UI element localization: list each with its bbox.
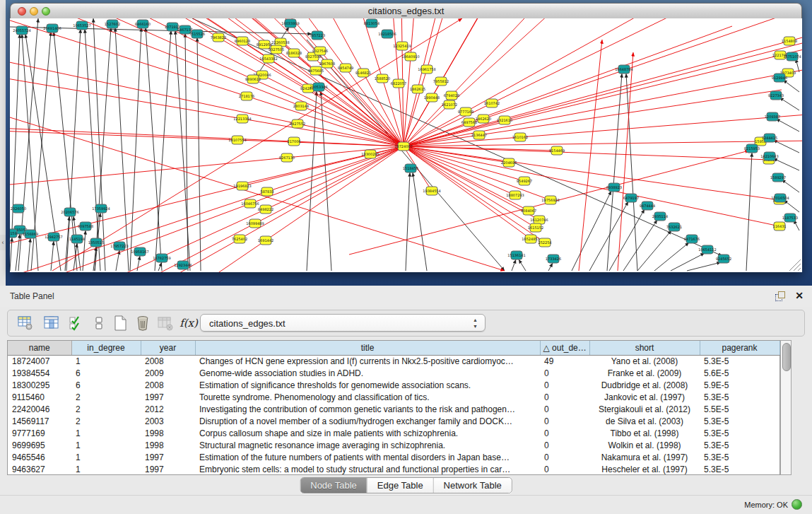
- graph-node[interactable]: 7632621: [666, 223, 682, 231]
- graph-node[interactable]: 19756928: [541, 196, 559, 204]
- table-cell[interactable]: Tourette syndrome. Phenomenology and cla…: [195, 391, 540, 403]
- graph-node[interactable]: 15136141: [507, 251, 525, 259]
- new-table-icon[interactable]: [111, 314, 129, 332]
- table-cell[interactable]: 2009: [141, 367, 195, 379]
- table-column-icon[interactable]: [42, 314, 61, 332]
- graph-node[interactable]: 1589297: [770, 173, 786, 182]
- graph-node[interactable]: 9890612: [245, 75, 261, 83]
- graph-node[interactable]: 9327546: [312, 47, 328, 55]
- graph-node[interactable]: 1244415: [762, 134, 777, 142]
- graph-node[interactable]: 18640910: [401, 52, 419, 61]
- table-cell[interactable]: 1: [71, 451, 141, 463]
- graph-node[interactable]: 6822057: [391, 79, 406, 88]
- table-row[interactable]: 1830029562008Estimation of significance …: [8, 379, 779, 391]
- table-row[interactable]: 1938455462009Genome-wide association stu…: [8, 367, 779, 379]
- table-cell[interactable]: 9463627: [8, 463, 71, 475]
- table-row[interactable]: 946554611997Estimation of the future num…: [8, 451, 779, 463]
- table-cell[interactable]: 6: [71, 379, 141, 391]
- graph-node[interactable]: 1621072: [442, 100, 457, 109]
- table-cell[interactable]: 5.3E-5: [700, 451, 779, 463]
- graph-node[interactable]: 16120746: [530, 216, 548, 224]
- resize-grip-icon[interactable]: [789, 259, 801, 271]
- graph-node[interactable]: 1350515: [88, 238, 104, 247]
- graph-node[interactable]: 8215953: [744, 144, 760, 153]
- table-cell[interactable]: 9465546: [8, 451, 71, 463]
- graph-node[interactable]: 16961758: [418, 65, 435, 74]
- graph-node[interactable]: 8498222: [258, 205, 273, 214]
- graph-node[interactable]: 1691442: [258, 236, 273, 245]
- graph-node[interactable]: 2204697: [501, 158, 517, 167]
- table-row[interactable]: 2242004622012Investigating the contribut…: [8, 403, 779, 415]
- table-selector-combobox[interactable]: citations_edges.txt ▲▼: [200, 314, 486, 332]
- graph-node[interactable]: 2967608: [319, 59, 335, 68]
- table-cell[interactable]: 1: [71, 463, 141, 475]
- float-panel-icon[interactable]: [775, 291, 785, 300]
- graph-node[interactable]: 8454749: [338, 64, 353, 72]
- table-cell[interactable]: Structural magnetic resonance image aver…: [195, 439, 540, 451]
- table-cell[interactable]: Estimation of significance thresholds fo…: [195, 379, 540, 391]
- tab-edge-table[interactable]: Edge Table: [367, 478, 433, 493]
- table-row[interactable]: 969969511998Structural magnetic resonanc…: [8, 439, 779, 451]
- graph-node[interactable]: 7515526: [189, 30, 205, 38]
- graph-node[interactable]: 1462620: [476, 115, 491, 123]
- table-cell[interactable]: 5.3E-5: [700, 391, 779, 403]
- table-cell[interactable]: 5.6E-5: [700, 367, 779, 379]
- table-row[interactable]: 911546021997Tourette syndrome. Phenomeno…: [8, 391, 779, 403]
- graph-node[interactable]: 9084067: [521, 206, 536, 215]
- graph-node[interactable]: 9129946: [772, 74, 787, 82]
- graph-node[interactable]: 1990448: [424, 93, 440, 102]
- table-cell[interactable]: Franke et al. (2009): [589, 367, 700, 379]
- table-cell[interactable]: Dudbridge et al. (2008): [589, 379, 700, 391]
- table-cell[interactable]: 1998: [141, 439, 195, 451]
- table-cell[interactable]: 1: [71, 427, 141, 439]
- graph-node[interactable]: 9227343: [768, 91, 784, 100]
- table-cell[interactable]: 2: [71, 403, 141, 415]
- table-cell[interactable]: Stergiakouli et al. (2012): [589, 403, 700, 415]
- table-cell[interactable]: 5.3E-5: [700, 463, 779, 475]
- table-cell[interactable]: 0: [540, 439, 589, 451]
- graph-node[interactable]: 1145194: [69, 235, 85, 243]
- table-cell[interactable]: 0: [540, 427, 589, 439]
- network-canvas[interactable]: 7963822896012889129542226053893275051654…: [10, 18, 802, 272]
- scrollbar-thumb[interactable]: [782, 343, 791, 371]
- table-cell[interactable]: Embryonic stem cells: a model to study s…: [195, 463, 540, 475]
- column-header-year[interactable]: year: [141, 341, 195, 355]
- table-cell[interactable]: 2012: [141, 403, 195, 415]
- function-builder-icon[interactable]: f(x): [180, 314, 198, 332]
- table-cell[interactable]: 9115460: [8, 391, 71, 403]
- graph-node[interactable]: 16046756: [241, 199, 259, 208]
- graph-node[interactable]: 8186328: [286, 49, 302, 57]
- column-header-title[interactable]: title: [195, 341, 540, 355]
- table-cell[interactable]: Tibbo et al. (1998): [589, 427, 700, 439]
- table-cell[interactable]: 9777169: [8, 427, 71, 439]
- graph-node[interactable]: 9097588: [78, 222, 93, 230]
- table-cell[interactable]: Genome-wide association studies in ADHD.: [195, 367, 540, 379]
- table-cell[interactable]: 1997: [141, 451, 195, 463]
- graph-node[interactable]: 1187533: [782, 214, 798, 222]
- graph-node[interactable]: 252254: [538, 238, 551, 247]
- graph-node[interactable]: 1321610: [497, 116, 512, 124]
- graph-node[interactable]: 8960128: [235, 37, 250, 45]
- table-cell[interactable]: 0: [540, 415, 589, 427]
- graph-node[interactable]: 1733426: [546, 255, 561, 263]
- table-cell[interactable]: 19384554: [8, 367, 71, 379]
- table-vertical-scrollbar[interactable]: [780, 340, 792, 475]
- graph-node[interactable]: 20691406: [43, 24, 61, 33]
- graph-node[interactable]: 16033809: [281, 19, 299, 28]
- table-cell[interactable]: 1: [71, 355, 141, 367]
- table-cell[interactable]: Investigating the contribution of common…: [195, 403, 540, 415]
- table-cell[interactable]: Disruption of a novel member of a sodium…: [195, 415, 540, 427]
- table-cell[interactable]: 1: [71, 439, 141, 451]
- delete-table-icon[interactable]: [134, 314, 152, 332]
- table-row[interactable]: 977716911998Corpus callosum shape and si…: [8, 427, 779, 439]
- graph-node[interactable]: 9549267: [517, 177, 532, 185]
- graph-node[interactable]: 8267130: [279, 153, 295, 162]
- table-cell[interactable]: 1997: [141, 463, 195, 475]
- graph-node[interactable]: 9474444: [640, 201, 655, 210]
- table-cell[interactable]: Estimation of the future numbers of pati…: [195, 451, 540, 463]
- delete-column-icon[interactable]: [156, 314, 175, 332]
- close-panel-icon[interactable]: ✕: [795, 290, 804, 301]
- graph-node[interactable]: 8427552: [290, 119, 305, 128]
- table-cell[interactable]: 5.3E-5: [700, 355, 779, 367]
- table-cell[interactable]: 5.3E-5: [700, 439, 779, 451]
